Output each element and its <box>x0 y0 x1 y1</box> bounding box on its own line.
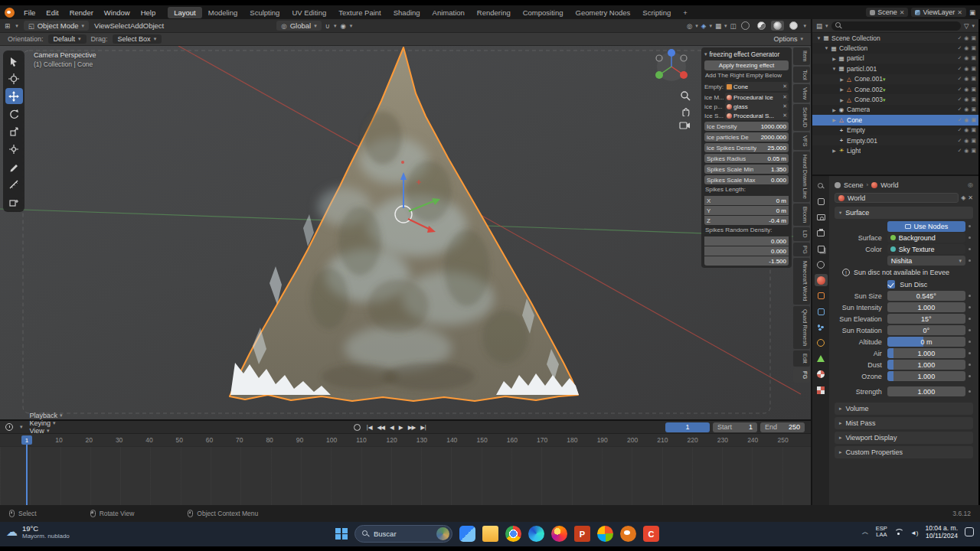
collapsed-section-header[interactable]: ▸Volume <box>835 403 973 415</box>
workspace-tab[interactable]: UV Editing <box>286 7 332 18</box>
topbar-menu[interactable]: Help <box>136 8 162 18</box>
value-slider[interactable]: Spikes Scale Max0.000 <box>704 175 789 184</box>
jump-to-end-button[interactable] <box>420 424 426 431</box>
hide-eye-icon[interactable]: ◉ <box>964 76 969 82</box>
tab-object-data[interactable] <box>815 353 828 365</box>
frame-start-field[interactable]: Start1 <box>713 422 757 432</box>
disclosure-icon[interactable]: ▶ <box>831 117 838 122</box>
value-slider[interactable]: ice Spikes Density25.000 <box>704 143 789 152</box>
disable-render-icon[interactable]: ▣ <box>971 106 976 112</box>
n-panel-tab[interactable]: PG <box>793 243 810 257</box>
outliner-row[interactable]: ▶ Cone.003 ✓ ◉ ▣ <box>812 94 978 104</box>
exclude-checkbox-icon[interactable]: ✓ <box>957 117 962 123</box>
current-frame-field[interactable]: 1 <box>665 422 710 432</box>
animate-dot-icon[interactable] <box>965 248 973 250</box>
tab-modifiers[interactable] <box>815 305 828 318</box>
xray-icon[interactable]: ◫ <box>730 22 736 30</box>
rotate-tool[interactable] <box>5 106 23 122</box>
vector-component-field[interactable]: 0.000 <box>704 236 789 246</box>
n-panel-tab[interactable]: Item <box>793 47 810 65</box>
value-slider[interactable]: Ice Density1000.000 <box>704 122 789 131</box>
workspace-tab[interactable]: Layout <box>168 7 202 18</box>
pan-hand-icon[interactable] <box>680 106 691 116</box>
scale-tool[interactable] <box>5 123 23 139</box>
play-button[interactable] <box>399 424 403 431</box>
animate-dot-icon[interactable] <box>965 295 973 297</box>
clear-icon[interactable]: ✕ <box>782 83 787 90</box>
disable-render-icon[interactable]: ▣ <box>971 86 976 93</box>
exclude-checkbox-icon[interactable]: ✓ <box>957 127 962 133</box>
transform-tool[interactable] <box>5 141 23 157</box>
disclosure-icon[interactable]: ▶ <box>831 148 838 153</box>
zoom-icon[interactable] <box>680 90 691 101</box>
breadcrumb-scene[interactable]: Scene <box>844 181 864 189</box>
n-panel-tab[interactable]: LD <box>793 227 810 241</box>
topbar-menu[interactable]: Window <box>99 8 136 18</box>
disable-render-icon[interactable]: ▣ <box>971 138 976 144</box>
camera-view-icon[interactable] <box>679 121 691 130</box>
pin-icon[interactable]: ◎ <box>968 181 973 188</box>
n-panel-tab[interactable]: SciHUD <box>793 104 810 131</box>
select-box-tool[interactable] <box>5 53 23 69</box>
vector-component-field[interactable]: Z-0.4 m <box>704 216 789 225</box>
n-panel-tab[interactable]: View <box>793 84 810 103</box>
outliner-row[interactable]: Empty.001 ✓ ◉ ▣ <box>812 135 978 145</box>
n-panel-tab[interactable]: FG <box>793 368 810 382</box>
viewlayer-selector[interactable]: ViewLayer ✕ <box>911 8 966 17</box>
timeline-menu[interactable]: Keying▾ <box>30 419 63 427</box>
weather-widget[interactable]: ☁ 19°C Mayorm. nublado <box>6 524 70 540</box>
property-value-slider[interactable]: 0° <box>887 325 965 335</box>
viewlayer-unlink-icon[interactable]: ✕ <box>957 9 962 16</box>
hide-eye-icon[interactable]: ◉ <box>964 45 969 51</box>
scene-selector[interactable]: Scene ✕ <box>866 8 908 17</box>
value-slider[interactable]: Spikes Scale Min1.350 <box>704 165 789 174</box>
hide-eye-icon[interactable]: ◉ <box>964 138 969 144</box>
viewport-menu[interactable]: Object <box>143 21 164 30</box>
outliner-row[interactable]: Empty ✓ ◉ ▣ <box>812 126 978 135</box>
cursor-tool[interactable] <box>5 70 23 86</box>
tray-chevron-icon[interactable]: ︿ <box>862 527 869 537</box>
clear-icon[interactable]: ✕ <box>782 103 787 109</box>
keyboard-layout[interactable]: ESP LAA <box>876 526 887 539</box>
tab-render[interactable] <box>815 211 828 223</box>
viewport-menu[interactable]: Add <box>130 21 143 30</box>
hide-eye-icon[interactable]: ◉ <box>964 86 969 93</box>
taskbar-app-icon[interactable] <box>574 526 590 542</box>
next-keyframe-button[interactable] <box>408 424 416 431</box>
autokey-record-button[interactable] <box>354 424 361 431</box>
notification-icon[interactable] <box>965 527 974 536</box>
n-panel-tab[interactable]: Minecraft World <box>793 258 810 304</box>
panel-header[interactable]: ▾freezing effect Generator <box>704 50 789 59</box>
workspace-tab[interactable]: Sculpting <box>243 7 286 18</box>
collapsed-section-header[interactable]: ▸Mist Pass <box>835 417 973 429</box>
animate-dot-icon[interactable] <box>965 225 973 227</box>
measure-tool[interactable] <box>5 176 23 192</box>
exclude-checkbox-icon[interactable]: ✓ <box>957 66 962 72</box>
use-nodes-button[interactable]: Use Nodes <box>887 221 965 232</box>
workspace-tab[interactable]: Geometry Nodes <box>570 7 637 18</box>
taskbar-app-icon[interactable] <box>597 526 613 542</box>
shading-material-preview[interactable] <box>771 21 784 31</box>
world-datablock-field[interactable]: World <box>835 193 959 203</box>
editor-type-icon[interactable]: ⊞ <box>5 22 10 30</box>
vector-component-field[interactable]: -1.500 <box>704 256 789 266</box>
properties-search-icon[interactable] <box>815 180 828 192</box>
clear-icon[interactable]: ✕ <box>782 112 787 119</box>
n-panel-tab[interactable]: Quad Remesh <box>793 306 810 349</box>
outliner-row[interactable]: ▶ Camera ✓ ◉ ▣ <box>812 105 978 115</box>
property-value-slider[interactable]: 15° <box>887 314 965 324</box>
outliner-row[interactable]: ▶ Cone ✓ ◉ ▣ <box>812 115 978 125</box>
surface-section-header[interactable]: ▾Surface <box>835 207 973 219</box>
blender-logo-icon[interactable] <box>5 8 15 18</box>
vector-component-field[interactable]: Y0 m <box>704 206 789 215</box>
timeline-ruler[interactable]: 1102030405060708090100110120130140150160… <box>0 434 811 446</box>
outliner-row[interactable]: ▼ Collection ✓ ◉ ▣ <box>812 43 978 53</box>
workspace-tab[interactable]: Scripting <box>636 7 677 18</box>
hide-eye-icon[interactable]: ◉ <box>964 106 969 112</box>
tab-world[interactable] <box>815 274 828 286</box>
animate-dot-icon[interactable] <box>965 329 973 331</box>
disclosure-icon[interactable]: ▼ <box>823 46 830 51</box>
outliner-row[interactable]: ▼ Scene Collection ✓ ◉ ▣ <box>812 33 978 43</box>
n-panel-tab[interactable]: Hand Drawn Line <box>793 152 810 202</box>
workspace-tab[interactable]: Animation <box>426 7 471 18</box>
